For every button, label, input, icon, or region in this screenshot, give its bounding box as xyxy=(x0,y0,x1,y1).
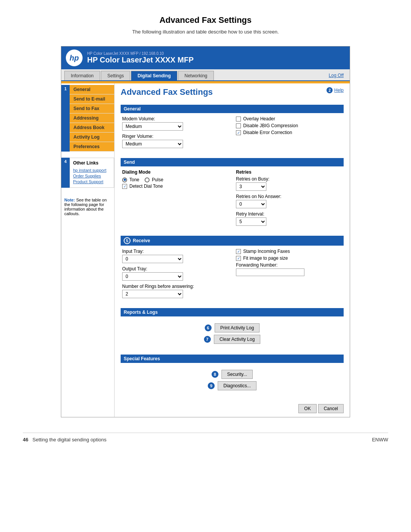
hp-header-title: HP Color LaserJet XXXX MFP xyxy=(87,56,194,64)
sidebar: 1 General Send to E-mail Send to Fax Add… xyxy=(61,83,115,417)
main-area: 1 General Send to E-mail Send to Fax Add… xyxy=(61,83,350,417)
callout-4-badge: 4 xyxy=(61,158,70,188)
hp-logo: hp xyxy=(66,50,83,66)
callout-7-badge: 7 xyxy=(204,336,211,343)
tab-digital-sending[interactable]: Digital Sending xyxy=(131,71,177,80)
special-features-section: Special Features 8 Security... 9 Diagnos… xyxy=(121,355,344,397)
clear-activity-log-button[interactable]: Clear Activity Log xyxy=(214,335,261,344)
input-tray-select[interactable]: 0 xyxy=(122,255,183,263)
overlay-header-checkbox[interactable] xyxy=(236,117,241,121)
general-section-header: General xyxy=(121,105,344,113)
footer-page-num: 46 xyxy=(23,437,28,443)
stamp-incoming-row: Stamp Incoming Faxes xyxy=(236,249,342,254)
retries-busy-select[interactable]: 3 01245 xyxy=(236,182,266,191)
disable-error-checkbox[interactable] xyxy=(236,130,241,135)
rings-row: Number of Rings before answering: 2 1345 xyxy=(122,284,228,298)
other-links-box: Other Links hp instant support Order Sup… xyxy=(70,158,114,188)
sidebar-item-send-email[interactable]: Send to E-mail xyxy=(70,94,114,104)
tab-information[interactable]: Information xyxy=(64,71,100,80)
receive-right-col: Stamp Incoming Faxes Fit image to page s… xyxy=(236,249,342,301)
output-tray-select[interactable]: 0 xyxy=(122,272,183,281)
retry-interval-label: Retry Interval: xyxy=(236,211,342,217)
ok-cancel-row: OK Cancel xyxy=(121,402,344,413)
help-area: 2 Help xyxy=(327,87,344,93)
forwarding-number-row: Forwarding Number: xyxy=(236,262,342,276)
diagnostics-btn-row: 9 Diagnostics... xyxy=(208,381,256,390)
disable-jbig-label: Disable JBIG Compression xyxy=(243,123,298,128)
sidebar-item-activity-log[interactable]: Activity Log xyxy=(70,133,114,142)
link-order-supplies[interactable]: Order Supplies xyxy=(73,174,111,178)
forwarding-number-input[interactable] xyxy=(236,268,304,276)
input-tray-row: Input Tray: 0 xyxy=(122,249,228,263)
pulse-label: Pulse xyxy=(152,177,163,182)
retries-no-answer-row: Retries on No Answer: 0 12345 xyxy=(236,194,342,208)
general-section-body: Modem Volume: Medium Low High Off xyxy=(121,116,344,154)
send-section-header: Send xyxy=(121,158,344,166)
tab-networking[interactable]: Networking xyxy=(178,71,214,80)
hp-header-subtitle: HP Color LaserJet XXXX MFP / 192.168.0.1… xyxy=(87,51,194,56)
retry-interval-select[interactable]: 5 12341015 xyxy=(236,217,266,226)
retries-busy-label: Retries on Busy: xyxy=(236,176,342,182)
receive-section-body: Input Tray: 0 Output Tray: 0 xyxy=(121,249,344,304)
page-title: Advanced Fax Settings xyxy=(23,15,388,25)
modem-volume-row: Modem Volume: Medium Low High Off xyxy=(122,116,228,131)
disable-jbig-row: Disable JBIG Compression xyxy=(236,123,342,128)
help-link[interactable]: Help xyxy=(334,88,344,93)
disable-jbig-checkbox[interactable] xyxy=(236,123,241,128)
footer-left: 46 Setting the digital sending options xyxy=(23,437,107,443)
diagnostics-button[interactable]: Diagnostics... xyxy=(218,381,256,390)
sidebar-item-addressing[interactable]: Addressing xyxy=(70,113,114,123)
content-title: Advanced Fax Settings xyxy=(121,87,213,97)
sidebar-item-general[interactable]: General xyxy=(70,85,114,94)
tone-radio[interactable] xyxy=(122,177,127,182)
send-two-col: Dialing Mode Tone Pulse Detect Dial To xyxy=(122,169,342,229)
special-features-body: 8 Security... 9 Diagnostics... xyxy=(121,366,344,397)
receive-two-col: Input Tray: 0 Output Tray: 0 xyxy=(122,249,342,301)
log-off-link[interactable]: Log Off xyxy=(326,70,347,80)
tab-settings[interactable]: Settings xyxy=(101,71,130,80)
dialing-mode-title: Dialing Mode xyxy=(122,169,228,175)
link-product-support[interactable]: Product Support xyxy=(73,179,111,184)
special-features-label: Special Features xyxy=(124,356,160,361)
general-left-col: Modem Volume: Medium Low High Off xyxy=(122,116,228,151)
fit-image-label: Fit image to page size xyxy=(243,256,288,261)
fit-image-checkbox[interactable] xyxy=(236,256,241,261)
clear-btn-row: 7 Clear Activity Log xyxy=(204,335,261,344)
ringer-volume-row: Ringer Volume: Medium Low High Off xyxy=(122,134,228,148)
disable-error-label: Disable Error Correction xyxy=(243,130,292,135)
ok-button[interactable]: OK xyxy=(298,404,316,413)
cancel-button[interactable]: Cancel xyxy=(318,404,344,413)
detect-dial-tone-row: Detect Dial Tone xyxy=(122,184,228,189)
send-section: Send Dialing Mode Tone Pulse xyxy=(121,158,344,232)
retries-no-answer-select[interactable]: 0 12345 xyxy=(236,200,266,208)
detect-dial-tone-checkbox[interactable] xyxy=(122,184,127,189)
sidebar-item-send-fax[interactable]: Send to Fax xyxy=(70,104,114,113)
link-hp-instant-support[interactable]: hp instant support xyxy=(73,168,111,173)
security-button[interactable]: Security... xyxy=(221,370,253,379)
stamp-incoming-checkbox[interactable] xyxy=(236,249,241,254)
general-section: General Modem Volume: Medium Low Hig xyxy=(121,105,344,154)
forwarding-number-label: Forwarding Number: xyxy=(236,262,342,268)
send-section-label: Send xyxy=(124,160,135,165)
fit-image-row: Fit image to page size xyxy=(236,256,342,261)
pulse-radio[interactable] xyxy=(145,177,150,182)
rings-select[interactable]: 2 1345 xyxy=(122,290,183,298)
ringer-volume-select[interactable]: Medium Low High Off xyxy=(122,140,183,148)
sidebar-item-address-book[interactable]: Address Book xyxy=(70,123,114,133)
hp-header: hp HP Color LaserJet XXXX MFP / 192.168.… xyxy=(61,46,350,69)
bottom-bar: 46 Setting the digital sending options E… xyxy=(23,433,388,443)
content-panel: Advanced Fax Settings 2 Help General xyxy=(115,83,350,417)
retries-title: Retries xyxy=(236,169,342,175)
modem-volume-select[interactable]: Medium Low High Off xyxy=(122,122,183,131)
sidebar-item-preferences[interactable]: Preferences xyxy=(70,142,114,152)
callout-8-badge: 8 xyxy=(212,371,218,378)
tone-radio-row: Tone Pulse xyxy=(122,177,228,182)
note-label: Note: xyxy=(64,198,75,202)
note-section: Note: See the table on the following pag… xyxy=(61,195,114,218)
rings-label: Number of Rings before answering: xyxy=(122,284,228,289)
receive-section-header: 5 Receive xyxy=(121,236,344,246)
callout-5-badge: 5 xyxy=(124,237,131,244)
callout-9-badge: 9 xyxy=(208,382,215,389)
tone-label: Tone xyxy=(129,177,139,182)
print-activity-log-button[interactable]: Print Activity Log xyxy=(215,323,260,332)
